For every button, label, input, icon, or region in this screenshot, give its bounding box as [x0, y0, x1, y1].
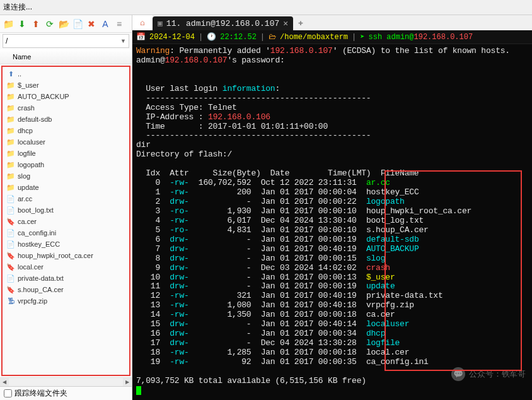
- home-icon: ⌂: [140, 18, 145, 28]
- file-item[interactable]: 📁logfile: [3, 148, 129, 159]
- delete-icon[interactable]: ✖: [86, 18, 97, 30]
- folder-icon: 📁: [6, 172, 15, 180]
- refresh-icon[interactable]: ⟳: [44, 18, 55, 30]
- file-item[interactable]: 📁$_user: [3, 79, 129, 91]
- cert-icon: 🔖: [6, 217, 15, 226]
- file-name: s.houp_CA.cer: [18, 286, 64, 293]
- file-name: update: [18, 184, 39, 191]
- follow-terminal-row: 跟踪终端文件夹: [0, 386, 132, 400]
- quick-connect-label: 速连接...: [3, 2, 32, 13]
- file-name: ar.cc: [18, 195, 32, 203]
- terminal-panel: ⌂ ▣ 11. admin@192.168.0.107 ✕ ✚ 📅 2024-1…: [132, 15, 532, 400]
- folder-icon: 📁: [6, 81, 15, 90]
- file-name: ca.cer: [18, 218, 37, 225]
- terminal-icon: ▣: [158, 18, 163, 28]
- add-tab-button[interactable]: ✚: [293, 15, 308, 30]
- cert-icon: 🔖: [6, 285, 15, 294]
- terminal-tab[interactable]: ▣ 11. admin@192.168.0.107 ✕: [153, 16, 293, 30]
- file-item[interactable]: 🔖houp_hwpki_root_ca.cer: [3, 250, 129, 261]
- file-item[interactable]: 🔖s.houp_CA.cer: [3, 284, 129, 295]
- file-item[interactable]: 📄private-data.txt: [3, 273, 129, 284]
- terminal-output[interactable]: Warning: Permanently added '192.168.0.10…: [132, 44, 532, 400]
- ini-icon: 📄: [6, 228, 15, 237]
- status-cmd: ssh admin@192.168.0.107: [369, 33, 473, 42]
- scroll-left-icon[interactable]: ◀: [0, 378, 9, 386]
- new-file-icon[interactable]: 📄: [72, 18, 83, 30]
- folder-path-icon: 🗁: [269, 32, 276, 42]
- prompt-icon: ➤: [360, 32, 364, 42]
- file-item[interactable]: 📄boot_log.txt: [3, 204, 129, 216]
- file-item[interactable]: 🗜vrpcfg.zip: [3, 295, 129, 307]
- status-path: /home/mobaxterm: [280, 33, 348, 42]
- file-name: localuser: [18, 138, 45, 146]
- upload-icon[interactable]: ⬆: [30, 18, 42, 30]
- file-name: slog: [18, 172, 30, 180]
- file-tree: ⬆..📁$_user📁AUTO_BACKUP📁crash📁default-sdb…: [1, 66, 130, 376]
- cert-icon: 🔖: [6, 251, 15, 260]
- h-scrollbar[interactable]: ◀ ▶: [0, 377, 132, 386]
- home-tab[interactable]: ⌂: [132, 15, 153, 30]
- file-name: $_user: [18, 81, 39, 89]
- column-header[interactable]: Name: [0, 49, 132, 64]
- scroll-right-icon[interactable]: ▶: [123, 378, 132, 386]
- file-icon: 📄: [6, 274, 15, 283]
- folder-icon: 📁: [6, 183, 15, 192]
- folder-icon: 📁: [6, 149, 15, 158]
- new-folder-icon[interactable]: 📂: [58, 18, 69, 30]
- file-icon: 📄: [6, 194, 15, 203]
- file-icon: 📄: [6, 206, 15, 215]
- file-item[interactable]: 📁update: [3, 182, 129, 193]
- file-name: vrpcfg.zip: [18, 297, 47, 305]
- file-item[interactable]: 📁logopath: [3, 159, 129, 170]
- status-date: 2024-12-04: [149, 33, 195, 42]
- file-item[interactable]: 📁crash: [3, 102, 129, 114]
- file-item[interactable]: 📁localuser: [3, 136, 129, 148]
- file-icon: 📄: [6, 240, 15, 249]
- folder-icon[interactable]: 📁: [3, 18, 14, 30]
- path-dropdown[interactable]: / ▼: [3, 34, 129, 48]
- file-item[interactable]: 📁default-sdb: [3, 114, 129, 125]
- file-item[interactable]: 📁AUTO_BACKUP: [3, 91, 129, 102]
- sftp-panel: 📁 ⬇ ⬆ ⟳ 📂 📄 ✖ A ≡ / ▼ Name ⬆..📁$_user📁AU…: [0, 15, 132, 400]
- file-name: dhcp: [18, 127, 33, 134]
- up-icon: ⬆: [6, 69, 15, 78]
- file-item[interactable]: 📁slog: [3, 170, 129, 182]
- zip-icon: 🗜: [6, 297, 15, 305]
- file-name: ..: [18, 70, 21, 78]
- file-item[interactable]: 📁dhcp: [3, 125, 129, 136]
- file-name: local.cer: [18, 263, 43, 271]
- path-value: /: [6, 37, 8, 45]
- follow-terminal-label: 跟踪终端文件夹: [14, 388, 67, 399]
- download-icon[interactable]: ⬇: [16, 18, 28, 30]
- file-item[interactable]: 📄ar.cc: [3, 193, 129, 204]
- clock-icon: 🕐: [207, 32, 216, 42]
- folder-icon: 📁: [6, 92, 15, 101]
- cert-icon: 🔖: [6, 262, 15, 271]
- sftp-toolbar: 📁 ⬇ ⬆ ⟳ 📂 📄 ✖ A ≡: [0, 15, 132, 33]
- file-name: houp_hwpki_root_ca.cer: [18, 252, 93, 259]
- file-item[interactable]: 🔖local.cer: [3, 261, 129, 273]
- follow-terminal-checkbox[interactable]: [4, 389, 12, 397]
- file-name: crash: [18, 104, 35, 112]
- file-item[interactable]: 📄ca_config.ini: [3, 227, 129, 238]
- highlight-box: [385, 170, 522, 371]
- file-item[interactable]: ⬆..: [3, 68, 129, 79]
- folder-icon: 📁: [6, 138, 15, 146]
- folder-icon: 📁: [6, 115, 15, 124]
- close-icon[interactable]: ✕: [283, 18, 288, 28]
- status-time: 22:12.52: [220, 33, 257, 42]
- calendar-icon: 📅: [136, 32, 146, 42]
- file-name: hostkey_ECC: [18, 240, 60, 248]
- file-item[interactable]: 🔖ca.cer: [3, 216, 129, 227]
- tab-title: 11. admin@192.168.0.107: [166, 19, 279, 28]
- folder-icon: 📁: [6, 126, 15, 135]
- file-name: AUTO_BACKUP: [18, 93, 69, 100]
- file-name: ca_config.ini: [18, 229, 56, 237]
- font-icon[interactable]: A: [100, 18, 111, 30]
- chevron-down-icon: ▼: [120, 38, 126, 44]
- list-icon[interactable]: ≡: [113, 18, 125, 30]
- folder-icon: 📁: [6, 160, 15, 169]
- terminal-status-bar: 📅 2024-12-04 | 🕐 22:12.52 | 🗁 /home/moba…: [132, 30, 532, 44]
- file-item[interactable]: 📄hostkey_ECC: [3, 238, 129, 250]
- folder-icon: 📁: [6, 103, 15, 112]
